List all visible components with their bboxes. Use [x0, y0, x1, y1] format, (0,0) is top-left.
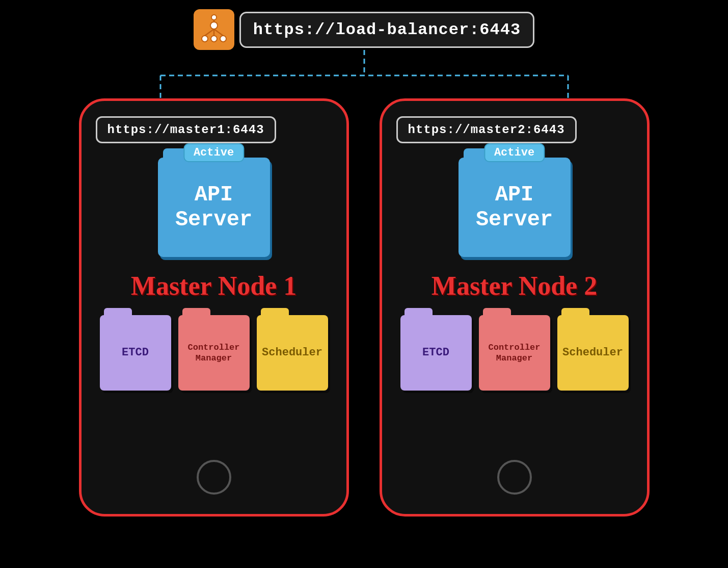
master2-label: Master Node 2 — [432, 271, 597, 301]
svg-point-8 — [211, 15, 217, 20]
master1-active-badge: Active — [183, 143, 244, 162]
master1-api-server-block: APIServer — [158, 158, 270, 257]
svg-point-1 — [202, 36, 208, 42]
svg-line-6 — [214, 29, 223, 36]
master1-etcd: ETCD — [100, 315, 171, 391]
diagram-wrapper: https://load-balancer:6443 https://maste… — [46, 0, 683, 517]
master1-url: https://master1:6443 — [96, 116, 276, 143]
master2-api-server-wrapper: Active APIServer — [459, 152, 571, 254]
master1-label: Master Node 1 — [131, 271, 296, 301]
master-node-2: https://master2:6443 Active APIServer Ma… — [380, 98, 650, 517]
master2-home-button — [497, 460, 532, 495]
master1-scheduler: Scheduler — [257, 315, 328, 391]
svg-point-2 — [220, 36, 226, 42]
top-row: https://load-balancer:6443 — [194, 9, 534, 50]
master2-url: https://master2:6443 — [396, 116, 577, 143]
master-node-1: https://master1:6443 Active APIServer Ma… — [79, 98, 349, 517]
master2-api-server-block: APIServer — [459, 158, 571, 257]
load-balancer-icon — [194, 9, 234, 50]
master2-scheduler: Scheduler — [557, 315, 629, 391]
master2-components-row: ETCD ControllerManager Scheduler — [400, 315, 629, 391]
master2-controller: ControllerManager — [479, 315, 550, 391]
master1-api-server-wrapper: Active APIServer — [158, 152, 270, 254]
load-balancer-url: https://load-balancer:6443 — [239, 12, 534, 48]
master1-components-row: ETCD ControllerManager Scheduler — [100, 315, 328, 391]
master2-active-badge: Active — [484, 143, 545, 162]
master2-etcd: ETCD — [400, 315, 472, 391]
svg-line-4 — [205, 29, 214, 36]
master1-controller: ControllerManager — [178, 315, 250, 391]
svg-point-3 — [211, 36, 217, 42]
svg-point-0 — [210, 22, 218, 29]
nodes-row: https://master1:6443 Active APIServer Ma… — [53, 50, 675, 517]
master1-home-button — [197, 460, 231, 495]
